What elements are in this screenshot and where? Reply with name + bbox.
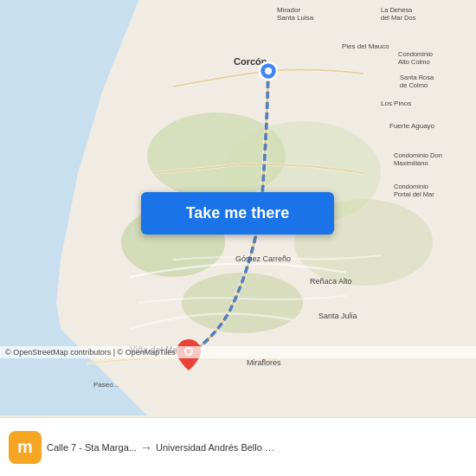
to-label: Universidad Andrés Bello (Ca... [156,442,277,453]
svg-text:Los Pinos: Los Pinos [381,100,411,107]
svg-text:Gómez Carreño: Gómez Carreño [235,254,291,263]
svg-text:Paseo...: Paseo... [93,381,119,389]
app: Mirador Santa Luisa La Dehesa del Mar Do… [0,0,476,476]
svg-text:Fuerte Aguayo: Fuerte Aguayo [389,122,435,130]
route-arrow-icon: → [140,441,152,454]
moovit-logo: m [9,431,42,464]
svg-text:Condominio Don: Condominio Don [394,151,442,159]
svg-text:Portal del Mar: Portal del Mar [394,190,434,198]
svg-text:Condominio: Condominio [398,50,433,58]
moovit-letter: m [17,437,33,457]
svg-text:Condominio: Condominio [394,183,428,190]
svg-text:Pies del Mauco: Pies del Mauco [342,42,389,50]
attribution-text: © OpenStreetMap contributors | © OpenMap… [5,348,176,357]
route-info: Calle 7 - Sta Marga... → Universidad And… [47,441,467,454]
svg-text:Santa Rosa: Santa Rosa [400,74,434,81]
take-me-there-button[interactable]: Take me there [141,192,334,235]
svg-text:Miraflores: Miraflores [247,358,281,367]
svg-point-29 [265,68,272,74]
svg-text:Mirador: Mirador [277,6,300,14]
svg-text:de Colmo: de Colmo [400,81,428,89]
from-label: Calle 7 - Sta Marga... [47,442,137,453]
svg-text:Santa Julia: Santa Julia [318,312,357,320]
svg-text:Santa Luisa: Santa Luisa [277,14,314,22]
svg-text:Alto Colmo: Alto Colmo [398,58,430,66]
svg-text:Reñaca Alto: Reñaca Alto [310,277,352,286]
svg-text:La Dehesa: La Dehesa [381,6,413,14]
map-attribution: © OpenStreetMap contributors | © OpenMap… [0,346,476,358]
map-container: Mirador Santa Luisa La Dehesa del Mar Do… [0,0,476,417]
svg-text:del Mar Dos: del Mar Dos [381,14,416,22]
svg-text:Maximiliano: Maximiliano [394,159,428,167]
bottom-bar: m Calle 7 - Sta Marga... → Universidad A… [0,417,476,476]
